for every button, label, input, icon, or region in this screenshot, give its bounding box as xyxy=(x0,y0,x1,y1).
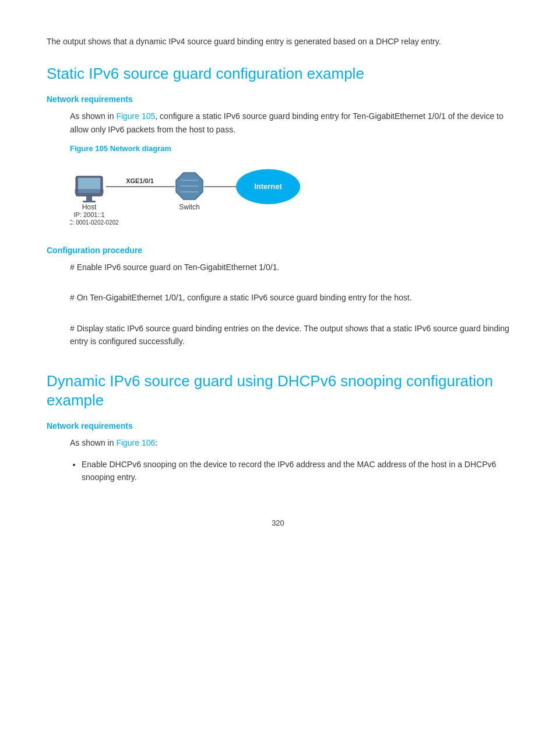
config-step1: # Enable IPv6 source guard on Ten-Gigabi… xyxy=(70,261,509,274)
host-mac: MAC: 0001-0202-0202 xyxy=(70,219,119,226)
section2-network-req-title: Network requirements xyxy=(47,421,509,430)
figure106-link[interactable]: Figure 106 xyxy=(116,438,155,447)
internet-label: Internet xyxy=(254,182,282,191)
xge-label: XGE1/0/1 xyxy=(126,177,154,184)
section1: Static IPv6 source guard configuration e… xyxy=(47,64,509,348)
section1-title: Static IPv6 source guard configuration e… xyxy=(47,64,509,84)
intro-text: The output shows that a dynamic IPv4 sou… xyxy=(47,35,509,48)
section2: Dynamic IPv6 source guard using DHCPv6 s… xyxy=(47,372,509,484)
bullet-item-1: Enable DHCPv6 snooping on the device to … xyxy=(82,458,509,484)
config-step3: # Display static IPv6 source guard bindi… xyxy=(70,322,509,348)
section2-bullet-list: Enable DHCPv6 snooping on the device to … xyxy=(82,458,509,484)
svg-rect-2 xyxy=(86,196,92,201)
section1-network-req-text: As shown in Figure 105, configure a stat… xyxy=(70,110,509,136)
intro-paragraph: The output shows that a dynamic IPv4 sou… xyxy=(47,35,509,48)
config-step2: # On Ten-GigabitEthernet 1/0/1, configur… xyxy=(70,291,509,304)
host-label: Host xyxy=(82,203,97,211)
figure105-title: Figure 105 Network diagram xyxy=(70,144,509,153)
switch-icon xyxy=(176,173,203,200)
host-ip: IP: 2001::1 xyxy=(73,211,104,218)
switch-label: Switch xyxy=(179,203,199,211)
section2-network-req-text: As shown in Figure 106: xyxy=(70,436,509,449)
svg-rect-3 xyxy=(83,201,96,202)
figure105-link[interactable]: Figure 105 xyxy=(116,111,155,121)
host-icon xyxy=(75,176,104,202)
svg-rect-4 xyxy=(75,189,104,194)
network-diagram: Host IP: 2001::1 MAC: 0001-0202-0202 XGE… xyxy=(70,160,315,230)
section2-title: Dynamic IPv6 source guard using DHCPv6 s… xyxy=(47,372,509,411)
page-number: 320 xyxy=(47,519,509,527)
section1-config-title: Configuration procedure xyxy=(47,246,509,255)
section1-network-req-title: Network requirements xyxy=(47,94,509,104)
